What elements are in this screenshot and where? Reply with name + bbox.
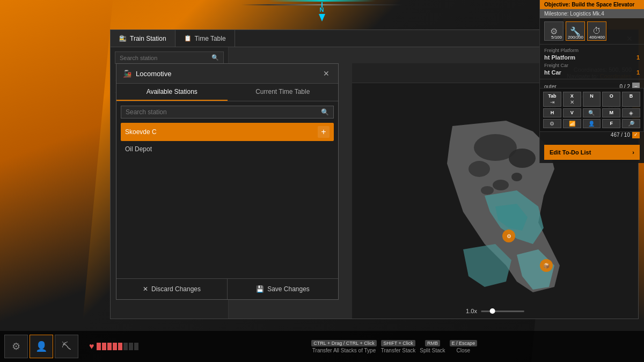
sidebar-search-icon: 🔍 (211, 54, 219, 61)
compass-line (241, 4, 402, 5)
hud-action-transfer-all-key: CTRL + Drag / CTRL + Click (311, 340, 376, 346)
station-item-oil-depot[interactable]: Oil Depot (121, 142, 334, 156)
health-bar-5 (118, 343, 122, 350)
objective-header: Objective: Build the Space Elevator (540, 0, 644, 9)
freight-platform-type: ht Platform 1 (544, 54, 640, 61)
freight-section: Freight Platform ht Platform 1 Freight C… (540, 45, 644, 79)
discard-button[interactable]: ✕ Discard Changes (116, 279, 228, 299)
kb-s: ⚙ (543, 119, 561, 128)
kb-n: N (583, 92, 601, 107)
save-button[interactable]: 💾 Save Changes (228, 279, 338, 299)
hud-action-split: RMB Split Stack (420, 340, 445, 353)
health-bar-6 (123, 343, 128, 350)
milestone-icons: ⚙ 5/100 🔧 200/200 ⏱ 400/400 (540, 18, 644, 45)
compass: N (241, 0, 402, 32)
hud-action-close-key: E / Escape (450, 340, 478, 346)
modal-footer: ✕ Discard Changes 💾 Save Changes (116, 278, 338, 299)
locomotive-modal: 🚂 Locomotive ✕ Available Stations Curren… (116, 63, 339, 300)
svg-text:📦: 📦 (543, 262, 550, 269)
milestone-icon-1: ⚙ 5/100 (544, 21, 564, 41)
milestone-count-1: 5/100 (551, 35, 562, 40)
health-bar-7 (129, 343, 133, 350)
milestone-count-2: 200/200 (568, 35, 583, 40)
tab-time-table-label: Time Table (195, 35, 226, 42)
hud-action-close: E / Escape Close (450, 340, 478, 353)
sidebar-search-input[interactable] (120, 55, 211, 61)
hud-action-close-label: Close (457, 348, 471, 353)
hud-health: ♥ (85, 342, 143, 351)
resource-amount-6: 467 / 10 (603, 132, 630, 138)
hud-item-slots: ⚙ 👤 ⛏ (0, 335, 83, 358)
modal-tab-timetable[interactable]: Current Time Table (228, 84, 339, 101)
kb-search: 🔍 (583, 108, 601, 117)
milestone-text: Milestone: Logistics Mk.4 (544, 11, 604, 17)
hud-slot-3[interactable]: ⛏ (55, 335, 78, 358)
health-bars (97, 343, 138, 350)
modal-close-button[interactable]: ✕ (321, 68, 332, 79)
modal-title: 🚂 Locomotive (123, 70, 171, 78)
kb-user: 👤 (583, 119, 601, 128)
compass-arrow (319, 14, 325, 21)
keyboard-panel: Tab ⇥ X ✕ N O B H V 🔍 M ◈ ⚙ (539, 88, 644, 132)
zoom-slider[interactable] (481, 311, 524, 312)
kb-m: M (602, 108, 620, 117)
svg-point-3 (469, 161, 490, 177)
station-item-skoevde[interactable]: Skoevde C + (121, 123, 334, 141)
modal-header: 🚂 Locomotive ✕ (116, 64, 338, 84)
hud-actions: CTRL + Drag / CTRL + Click Transfer All … (145, 340, 645, 353)
locomotive-icon: 🚂 (123, 70, 131, 78)
health-bar-8 (134, 343, 138, 350)
health-icon: ♥ (89, 342, 94, 351)
kb-zoom: 🔎 (622, 119, 640, 128)
zoom-thumb (490, 308, 495, 314)
hud-slot-2[interactable]: 👤 (30, 335, 53, 358)
kb-h: H (543, 108, 561, 117)
tab-train-station-label: Train Station (130, 35, 166, 42)
train-station-icon: 🚉 (119, 35, 127, 42)
discard-icon: ✕ (143, 285, 148, 293)
modal-tabs: Available Stations Current Time Table (116, 84, 338, 101)
resource-status-6: ✓ (632, 131, 640, 138)
svg-text:⚙: ⚙ (506, 233, 511, 239)
milestone-header: Milestone: Logistics Mk.4 (540, 9, 644, 18)
hud-action-split-key: RMB (425, 340, 440, 346)
freight-car-type: ht Car 1 (544, 69, 640, 76)
svg-point-2 (509, 149, 536, 168)
tab-time-table[interactable]: 📋 Time Table (175, 30, 235, 47)
station-name-oil-depot: Oil Depot (125, 145, 152, 153)
hud-action-transfer-stack-label: Transfer Stack (381, 348, 416, 353)
health-bar-4 (113, 343, 117, 350)
hud-bottom: ⚙ 👤 ⛏ ♥ CTRL + Drag / CTRL + Click Trans… (0, 331, 644, 362)
sidebar-search[interactable]: 🔍 (115, 51, 224, 64)
discard-label: Discard Changes (151, 285, 201, 293)
hud-action-transfer-stack: SHIFT + Click Transfer Stack (381, 340, 416, 353)
station-name-skoevde: Skoevde C (125, 128, 157, 136)
save-label: Save Changes (267, 285, 310, 293)
svg-point-9 (511, 173, 522, 181)
hud-action-transfer-all-label: Transfer All Stacks of Type (312, 348, 376, 353)
edit-todo-button[interactable]: Edit To-Do List › (544, 145, 640, 160)
kb-x: X ✕ (563, 92, 581, 107)
edit-todo-label: Edit To-Do List (550, 149, 591, 156)
hud-action-transfer-all: CTRL + Drag / CTRL + Click Transfer All … (311, 340, 376, 353)
kb-v: V (563, 108, 581, 117)
milestone-icon-2: 🔧 200/200 (566, 21, 585, 41)
milestone-icon-3: ⏱ 400/400 (587, 21, 606, 41)
objective-panel: Objective: Build the Space Elevator Mile… (539, 0, 644, 163)
modal-title-text: Locomotive (136, 70, 171, 78)
station-add-button[interactable]: + (318, 126, 330, 138)
edit-todo-arrow: › (632, 149, 634, 156)
milestone-count-3: 400/400 (589, 35, 605, 40)
svg-point-8 (493, 180, 509, 190)
map-zoom-control[interactable]: 1.0x (466, 308, 524, 314)
tab-train-station[interactable]: 🚉 Train Station (111, 30, 175, 47)
modal-tab-available[interactable]: Available Stations (116, 84, 228, 101)
freight-platform-label: Freight Platform (544, 48, 640, 53)
hud-slot-1[interactable]: ⚙ (4, 335, 28, 358)
teal-accent-line (268, 0, 376, 2)
station-search-input[interactable] (126, 108, 318, 116)
modal-search[interactable]: 🔍 (121, 106, 334, 119)
kb-f: F (602, 119, 620, 128)
health-bar-2 (102, 343, 106, 350)
save-icon: 💾 (256, 285, 264, 293)
